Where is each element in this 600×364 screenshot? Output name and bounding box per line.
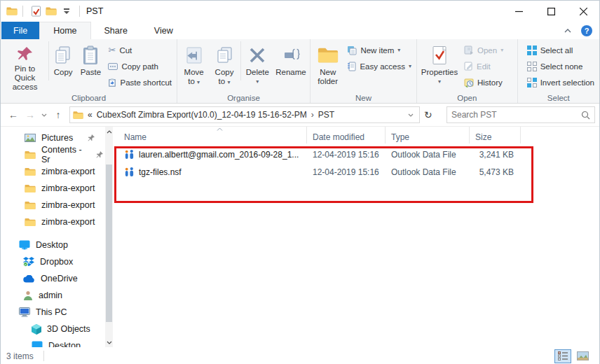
column-header-size[interactable]: Size bbox=[470, 127, 521, 144]
main-area: Pictures Contents - Sr zimbra-export bbox=[1, 127, 599, 347]
invert-selection-button[interactable]: Invert selection bbox=[524, 74, 598, 90]
recent-locations-icon[interactable] bbox=[39, 113, 50, 117]
column-header-name[interactable]: Name bbox=[113, 127, 307, 144]
tab-home[interactable]: Home bbox=[39, 22, 90, 39]
qat-customize-icon[interactable] bbox=[59, 4, 74, 19]
pin-to-quick-access-button[interactable]: Pin to Quick access bbox=[2, 40, 48, 92]
close-button[interactable] bbox=[567, 1, 599, 22]
file-size: 3,241 KB bbox=[470, 150, 521, 160]
group-inner-separator bbox=[48, 41, 49, 80]
tab-share[interactable]: Share bbox=[91, 22, 141, 39]
pin-icon bbox=[88, 134, 95, 141]
file-type: Outlook Data File bbox=[386, 167, 470, 177]
qat-new-folder-button[interactable] bbox=[43, 4, 59, 19]
scroll-down-icon[interactable] bbox=[107, 337, 112, 347]
sidebar-item-dropbox[interactable]: Dropbox bbox=[1, 253, 113, 270]
history-icon bbox=[464, 78, 474, 88]
tab-view[interactable]: View bbox=[141, 22, 186, 39]
cut-button[interactable]: ✂ Cut bbox=[104, 42, 175, 58]
new-small-buttons: New item ▾ Easy access ▾ bbox=[343, 40, 415, 74]
new-item-button[interactable]: New item ▾ bbox=[343, 42, 415, 58]
address-bar[interactable]: « CubexSoft Zimbra Export(v10.0)_12-04-1… bbox=[69, 106, 420, 123]
help-icon[interactable]: ? bbox=[581, 25, 592, 36]
minimize-ribbon-icon[interactable] bbox=[564, 29, 571, 33]
window-controls bbox=[503, 1, 599, 22]
file-list-area: Name Date modified Type Size lauren.albe… bbox=[113, 127, 599, 347]
breadcrumb-parent-folder[interactable]: CubexSoft Zimbra Export(v10.0)_12-04-19 … bbox=[97, 110, 307, 120]
delete-button[interactable]: Delete ▾ bbox=[242, 40, 273, 92]
file-date-modified: 12-04-2019 15:16 bbox=[307, 167, 386, 177]
copy-to-button[interactable]: Copy to ▾ bbox=[209, 40, 239, 92]
sidebar-item-admin[interactable]: admin bbox=[1, 287, 113, 304]
titlebar-divider bbox=[79, 6, 80, 17]
rename-button[interactable]: Rename bbox=[273, 40, 308, 92]
qat-properties-button[interactable] bbox=[28, 4, 43, 19]
copy-path-icon bbox=[108, 63, 118, 70]
sidebar-item-zimbra-export-2[interactable]: zimbra-export bbox=[1, 180, 113, 197]
search-icon[interactable] bbox=[581, 111, 590, 120]
sidebar-item-onedrive[interactable]: OneDrive bbox=[1, 270, 113, 287]
dropdown-arrow-icon: ▾ bbox=[227, 79, 230, 85]
back-button[interactable]: ← bbox=[5, 109, 22, 120]
sidebar-item-zimbra-export-1[interactable]: zimbra-export bbox=[1, 163, 113, 180]
dropdown-arrow-icon: ▾ bbox=[197, 79, 200, 85]
sidebar-scrollbar[interactable] bbox=[105, 127, 113, 347]
group-label-select: Select bbox=[518, 94, 599, 102]
folder-icon bbox=[25, 167, 36, 176]
search-input[interactable] bbox=[451, 110, 581, 120]
column-header-date-modified[interactable]: Date modified bbox=[307, 127, 386, 144]
move-to-button[interactable]: Move to ▾ bbox=[179, 40, 209, 92]
properties-button[interactable]: Properties ▾ bbox=[418, 40, 461, 92]
paste-shortcut-button[interactable]: Paste shortcut bbox=[104, 74, 175, 90]
paste-button[interactable]: Paste bbox=[76, 40, 104, 92]
sidebar-item-desktop[interactable]: Desktop bbox=[1, 237, 113, 253]
paste-shortcut-icon bbox=[108, 78, 116, 88]
scrollbar-thumb[interactable] bbox=[106, 164, 112, 322]
copy-path-button[interactable]: Copy path bbox=[104, 58, 175, 74]
titlebar-divider bbox=[22, 6, 23, 17]
sidebar-item-zimbra-export-4[interactable]: zimbra-export bbox=[1, 214, 113, 230]
history-button[interactable]: History bbox=[461, 74, 507, 90]
table-row[interactable]: lauren.albertt@gmail.com_2016-09-28_1...… bbox=[113, 146, 599, 163]
select-none-button[interactable]: Select none bbox=[524, 58, 598, 74]
group-label-organise: Organise bbox=[177, 94, 310, 102]
sidebar-item-pictures[interactable]: Pictures bbox=[1, 130, 113, 146]
sidebar-item-contents[interactable]: Contents - Sr bbox=[1, 146, 113, 163]
invert-selection-icon bbox=[527, 78, 537, 88]
delete-x-icon bbox=[249, 43, 266, 68]
copy-to-icon bbox=[215, 43, 233, 68]
open-button: Open ▾ bbox=[461, 42, 507, 58]
status-bar: 3 items bbox=[1, 347, 599, 364]
minimize-button[interactable] bbox=[503, 1, 535, 22]
navigation-bar: ← → ↑ « CubexSoft Zimbra Export(v10.0)_1… bbox=[1, 104, 599, 127]
sidebar-item-3d-objects[interactable]: 3D Objects bbox=[1, 321, 113, 337]
maximize-button[interactable] bbox=[535, 1, 567, 22]
select-all-button[interactable]: Select all bbox=[524, 42, 598, 58]
breadcrumb-collapsed-indicator[interactable]: « bbox=[88, 110, 97, 120]
pin-icon bbox=[17, 43, 34, 64]
sidebar-item-zimbra-export-3[interactable]: zimbra-export bbox=[1, 197, 113, 214]
address-folder-icon bbox=[73, 111, 83, 120]
statusbar-divider bbox=[43, 351, 44, 361]
copy-button[interactable]: Copy bbox=[50, 40, 76, 92]
up-button[interactable]: ↑ bbox=[50, 109, 67, 120]
search-box[interactable] bbox=[446, 106, 595, 123]
refresh-icon[interactable]: ↻ bbox=[420, 109, 438, 120]
group-label-clipboard: Clipboard bbox=[1, 94, 177, 102]
tab-file[interactable]: File bbox=[1, 22, 39, 39]
easy-access-button[interactable]: Easy access ▾ bbox=[343, 58, 415, 74]
scroll-up-icon[interactable] bbox=[107, 127, 112, 136]
column-header-type[interactable]: Type bbox=[386, 127, 470, 144]
clipboard-small-buttons: ✂ Cut Copy path Paste shortcut bbox=[104, 40, 175, 90]
breadcrumb-current-folder[interactable]: PST bbox=[318, 110, 334, 120]
paste-icon bbox=[82, 43, 99, 68]
details-view-button[interactable] bbox=[554, 349, 571, 363]
select-none-icon bbox=[527, 62, 537, 71]
new-folder-button[interactable]: New folder bbox=[312, 40, 343, 92]
table-row[interactable]: tgz-files.nsf 12-04-2019 15:16 Outlook D… bbox=[113, 163, 599, 181]
thumbnail-view-button[interactable] bbox=[574, 349, 591, 363]
address-dropdown-icon[interactable] bbox=[405, 113, 416, 117]
sidebar-item-this-pc[interactable]: This PC bbox=[1, 304, 113, 321]
explorer-window: PST File Home Share View ? bbox=[0, 0, 600, 364]
edit-button: Edit bbox=[461, 58, 507, 74]
